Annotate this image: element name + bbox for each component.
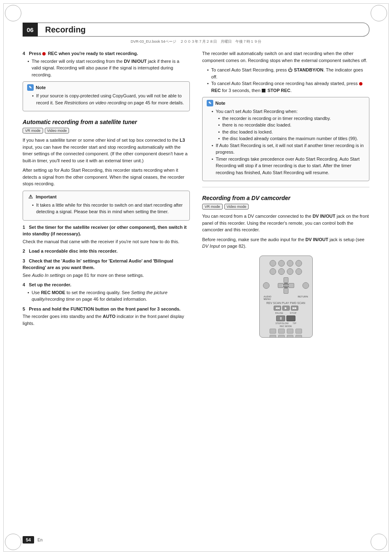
step-4-label: 4 Press REC when you're ready to start r…	[23, 51, 138, 56]
note-2-sub2: there is no recordable disc loaded.	[216, 122, 365, 129]
remote-bottom-row-2	[266, 335, 306, 338]
chapter-header: 06 Recording	[23, 23, 369, 37]
remote-pause-stop-labels: PAUSE STOP	[275, 312, 296, 314]
badge-vr-1: VR mode	[23, 128, 43, 134]
section-2-badges: VR mode Video mode	[202, 204, 369, 210]
remote-bot-btn-8	[295, 335, 302, 338]
step-1-title: 1 Set the timer for the satellite receiv…	[23, 224, 190, 237]
right-intro-1: The recorder will automatically switch o…	[202, 50, 369, 64]
step-4-bullets: The recorder will only start recording f…	[23, 58, 190, 78]
step-2-title: 2 Load a recordable disc into this recor…	[23, 248, 190, 255]
main-content: 4 Press REC when you're ready to start r…	[23, 50, 369, 338]
remote-btn-8	[295, 268, 302, 275]
remote-btn-6	[278, 268, 285, 275]
chapter-number: 06	[23, 23, 38, 37]
pause-label: PAUSE	[275, 312, 283, 314]
corner-decoration-tl	[5, 5, 21, 21]
remote-transport: ◀◀ ▶ ▶▶	[263, 306, 309, 311]
step-4-bullet-1: The recorder will only start recording f…	[28, 58, 190, 78]
tip-label: TIP	[293, 322, 296, 325]
note-box-1: ✎ Note If your source is copy-protected …	[23, 81, 190, 111]
remote-btn-7	[287, 268, 293, 275]
rec-bullet-icon	[42, 52, 46, 55]
corner-decoration-tr	[371, 5, 387, 21]
remote-dpad-center: ENTER	[283, 283, 289, 288]
remote-row-2	[263, 268, 309, 275]
step-3-body: See Audio In settings on page 81 for mor…	[23, 272, 190, 279]
stop-label: STOP	[290, 312, 296, 314]
remote-nav-labels: REV SCAN PLAY FWD SCAN	[266, 302, 305, 304]
remote-btn-3	[287, 260, 293, 267]
remote-btn-4	[295, 260, 302, 267]
remote-center-area: ENTER	[263, 277, 309, 294]
rec-mode-label: REC MODE	[280, 325, 292, 327]
rec-bullet-2	[359, 82, 362, 85]
remote-step-slow-labels: STEP/SLOW TIP	[263, 322, 309, 325]
step-4b-title: 4 Set up the recorder.	[23, 281, 190, 288]
note-2-bullets: You can't set Auto Start Recording when:…	[207, 108, 365, 176]
section-2-intro: You can record from a DV camcorder conne…	[202, 213, 369, 233]
page-footer: 54 En	[23, 536, 369, 543]
note-icon-2: ✎	[207, 100, 213, 106]
important-body: It takes a little while for this recorde…	[32, 202, 185, 215]
remote-fwd-scan: FWD SCAN	[290, 302, 305, 304]
step-4-heading: 4 Press REC when you're ready to start r…	[23, 50, 190, 78]
important-title: ⚠ Important	[27, 193, 185, 200]
corner-decoration-bl	[5, 534, 21, 550]
step-2: 2 Load a recordable disc into this recor…	[23, 248, 190, 255]
section-2-heading: Recording from a DV camcorder	[202, 195, 369, 201]
remote-stop-btn	[286, 315, 295, 321]
note-2-sub4: the disc loaded already contains the max…	[216, 135, 365, 142]
remote-label-menu: AUDIOMENU	[264, 295, 272, 300]
section-2-body2: Before recording, make sure the audio in…	[202, 236, 369, 250]
note-2-body3: Timer recordings take precedence over Au…	[212, 156, 365, 176]
step-4b: 4 Set up the recorder. Use REC MODE to s…	[23, 281, 190, 303]
stop-box-icon	[262, 89, 265, 92]
remote-bot-btn-1	[270, 329, 276, 334]
badge-vr-2: VR mode	[202, 204, 223, 210]
chapter-title: Recording	[45, 25, 86, 35]
chapter-title-box: Recording	[38, 23, 369, 37]
remote-btn-2	[278, 260, 285, 267]
remote-pause-stop: PAUSE STOP	[263, 312, 309, 315]
note-1-bullets: If your source is copy-protected using C…	[27, 92, 185, 106]
step-5: 5 Press and hold the FUNCTION button on …	[23, 306, 190, 327]
remote-recmode-label: REC MODE	[263, 325, 309, 327]
remote-bottom-rows	[263, 328, 309, 338]
step-5-title: 5 Press and hold the FUNCTION button on …	[23, 306, 190, 313]
step-1-body: Check the manual that came with the rece…	[23, 238, 190, 245]
important-bullets: It takes a little while for this recorde…	[27, 202, 185, 215]
section-1-intro: If you have a satellite tuner or some ot…	[23, 137, 190, 164]
section-divider	[202, 187, 369, 187]
step-label: STEP/SLOW	[275, 322, 288, 325]
corner-decoration-br	[371, 534, 387, 550]
note-2-title: ✎ Note	[207, 100, 365, 106]
dv-remote-container: ENTER AUDIOMENU RETURN REV SCAN PLAY	[202, 256, 369, 338]
remote-bot-btn-3	[287, 329, 293, 334]
section-1-intro2: After setting up for Auto Start Recordin…	[23, 167, 190, 187]
remote-side-r	[302, 282, 309, 289]
note-2-intro: You can't set Auto Start Recording when:…	[212, 108, 365, 142]
note-icon-1: ✎	[27, 84, 34, 91]
important-box: ⚠ Important It takes a little while for …	[23, 191, 190, 221]
remote-dpad-up	[284, 277, 288, 283]
note-1-body: If your source is copy-protected using C…	[32, 92, 185, 106]
step-5-body: The recorder goes into standby and the A…	[23, 313, 190, 327]
remote-bot-btn-5	[270, 335, 276, 338]
remote-buttons-area: ENTER AUDIOMENU RETURN REV SCAN PLAY	[260, 256, 312, 338]
right-column: The recorder will automatically switch o…	[202, 50, 369, 338]
remote-dpad-down	[284, 288, 288, 294]
right-bullets: To cancel Auto Start Recording, press ⏻ …	[202, 67, 369, 94]
step-3-title: 3 Check that the 'Audio In' settings for…	[23, 258, 190, 271]
right-bullet-2: To cancel Auto Start Recording once reco…	[207, 80, 369, 94]
remote-play: PLAY	[282, 302, 289, 304]
remote-label-return: RETURN	[298, 295, 308, 300]
page-lang: En	[37, 538, 42, 542]
section-1-badges: VR mode Video mode	[23, 128, 190, 134]
remote-bot-btn-7	[287, 335, 293, 338]
remote-rev-scan: REV SCAN	[266, 302, 281, 304]
remote-row-1	[263, 260, 309, 267]
note-2-body2: If Auto Start Recording is set, it will …	[212, 142, 365, 156]
remote-rew-btn: ◀◀	[274, 306, 281, 311]
right-bullet-1: To cancel Auto Start Recording, press ⏻ …	[207, 67, 369, 80]
